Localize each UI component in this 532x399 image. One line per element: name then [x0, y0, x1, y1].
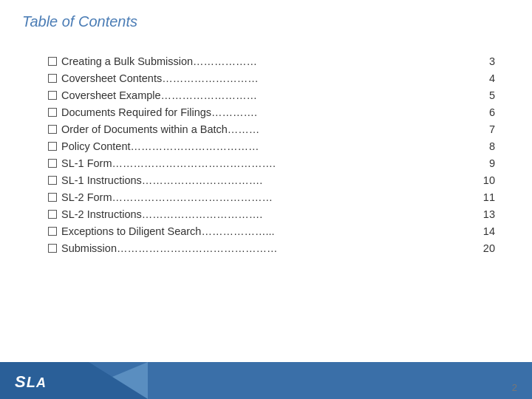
toc-item: SL-1 Instructions……………………………. 10 — [48, 174, 495, 186]
toc-item-page: 11 — [480, 191, 495, 203]
toc-item-left: Order of Documents within a Batch……… — [48, 123, 473, 135]
toc-item-left: SL-2 Form……………………………………… — [48, 191, 473, 203]
toc-item-left: Creating a Bulk Submission……………… — [48, 55, 473, 67]
toc-container: Creating a Bulk Submission……………… 3 Cover… — [48, 55, 495, 259]
toc-checkbox — [48, 227, 57, 236]
toc-item-label: SL-2 Form……………………………………… — [61, 191, 473, 203]
toc-item: SL-2 Form……………………………………… 11 — [48, 191, 495, 203]
logo-text: SLA — [15, 372, 47, 392]
toc-item-left: Policy Content……………………………… — [48, 140, 473, 152]
toc-item: Creating a Bulk Submission……………… 3 — [48, 55, 495, 67]
toc-item-page: 20 — [480, 242, 495, 254]
toc-item-left: Submission……………………………………… — [48, 242, 473, 254]
toc-item: Exceptions to Diligent Search………………... 1… — [48, 225, 495, 237]
toc-checkbox — [48, 176, 57, 185]
toc-item-label: Exceptions to Diligent Search………………... — [61, 225, 473, 237]
toc-item-page: 8 — [480, 140, 495, 152]
toc-checkbox — [48, 193, 57, 202]
toc-item: Submission……………………………………… 20 — [48, 242, 495, 254]
toc-item: Coversheet Example……………………… 5 — [48, 89, 495, 101]
toc-item-left: Coversheet Contents……………………… — [48, 72, 473, 84]
toc-item-page: 7 — [480, 123, 495, 135]
toc-item-label: Coversheet Contents……………………… — [61, 72, 473, 84]
toc-item-page: 3 — [480, 55, 495, 67]
toc-item-left: Coversheet Example……………………… — [48, 89, 473, 101]
toc-item-left: Documents Required for Filings…………. — [48, 106, 473, 118]
toc-checkbox — [48, 159, 57, 168]
page-number: 2 — [512, 382, 517, 393]
toc-checkbox — [48, 142, 57, 151]
toc-item-page: 13 — [480, 208, 495, 220]
toc-item: Documents Required for Filings…………. 6 — [48, 106, 495, 118]
toc-item-left: Exceptions to Diligent Search………………... — [48, 225, 473, 237]
toc-checkbox — [48, 125, 57, 134]
toc-item-label: Order of Documents within a Batch……… — [61, 123, 473, 135]
toc-item-label: SL-1 Instructions……………………………. — [61, 174, 473, 186]
toc-checkbox — [48, 244, 57, 253]
toc-item-page: 9 — [480, 157, 495, 169]
toc-checkbox — [48, 91, 57, 100]
toc-item-page: 6 — [480, 106, 495, 118]
toc-item-left: SL-1 Instructions……………………………. — [48, 174, 473, 186]
toc-checkbox — [48, 108, 57, 117]
toc-item: SL-1 Form………………………………………. 9 — [48, 157, 495, 169]
toc-item-label: Creating a Bulk Submission……………… — [61, 55, 473, 67]
toc-item-label: Documents Required for Filings…………. — [61, 106, 473, 118]
toc-checkbox — [48, 57, 57, 66]
toc-item-page: 10 — [480, 174, 495, 186]
toc-item: Order of Documents within a Batch……… 7 — [48, 123, 495, 135]
toc-item-page: 5 — [480, 89, 495, 101]
toc-item-label: Coversheet Example……………………… — [61, 89, 473, 101]
toc-item-label: SL-1 Form………………………………………. — [61, 157, 473, 169]
toc-item-page: 4 — [480, 72, 495, 84]
toc-item-label: Submission……………………………………… — [61, 242, 473, 254]
toc-checkbox — [48, 210, 57, 219]
page-title: Table of Contents — [22, 13, 137, 30]
toc-item-label: SL-2 Instructions……………………………. — [61, 208, 473, 220]
logo-area: SLA — [15, 372, 47, 392]
toc-checkbox — [48, 74, 57, 83]
toc-item-left: SL-1 Form………………………………………. — [48, 157, 473, 169]
toc-item-left: SL-2 Instructions……………………………. — [48, 208, 473, 220]
toc-item: Coversheet Contents……………………… 4 — [48, 72, 495, 84]
page-container: Table of Contents Creating a Bulk Submis… — [0, 0, 532, 399]
toc-item: Policy Content……………………………… 8 — [48, 140, 495, 152]
toc-item-page: 14 — [480, 225, 495, 237]
toc-item-label: Policy Content……………………………… — [61, 140, 473, 152]
toc-item: SL-2 Instructions……………………………. 13 — [48, 208, 495, 220]
